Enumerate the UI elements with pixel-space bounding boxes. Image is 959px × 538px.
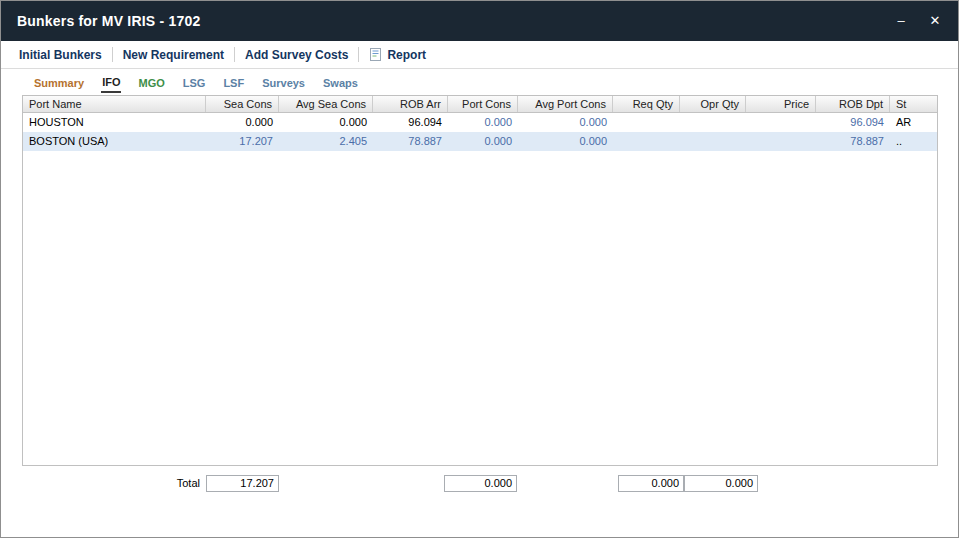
total-opr-qty: 0.000 [684,475,758,492]
column-header-port-name[interactable]: Port Name [23,96,206,112]
cell-rob-arr[interactable]: 96.094 [373,113,448,132]
cell-st[interactable]: .. [890,132,937,151]
totals-label: Total [140,475,200,492]
report-button[interactable]: Report [359,48,436,62]
column-header-avg-sea-cons[interactable]: Avg Sea Cons [279,96,373,112]
cell-req-qty[interactable] [613,113,680,132]
cell-avg-sea-cons[interactable]: 2.405 [279,132,373,151]
report-label: Report [387,48,426,62]
toolbar: Initial Bunkers New Requirement Add Surv… [1,41,958,69]
column-header-st[interactable]: St [890,96,937,112]
cell-avg-port-cons[interactable]: 0.000 [518,113,613,132]
column-header-sea-cons[interactable]: Sea Cons [206,96,279,112]
initial-bunkers-button[interactable]: Initial Bunkers [9,48,112,62]
cell-port-name[interactable]: BOSTON (USA) [23,132,206,151]
tab-surveys[interactable]: Surveys [261,73,306,92]
tab-mgo[interactable]: MGO [137,73,165,92]
new-requirement-button[interactable]: New Requirement [113,48,234,62]
column-header-opr-qty[interactable]: Opr Qty [680,96,746,112]
tab-lsf[interactable]: LSF [222,73,245,92]
minimize-button[interactable]: – [884,7,918,35]
cell-port-cons[interactable]: 0.000 [448,132,518,151]
cell-opr-qty[interactable] [680,113,746,132]
bunkers-window: Bunkers for MV IRIS - 1702 – ✕ Initial B… [0,0,959,538]
cell-opr-qty[interactable] [680,132,746,151]
totals-row: Total 17.207 0.000 0.000 0.000 [1,475,958,493]
tab-bar: Summary IFO MGO LSG LSF Surveys Swaps [1,69,958,95]
cell-st[interactable]: AR [890,113,937,132]
column-header-rob-dpt[interactable]: ROB Dpt [816,96,890,112]
column-header-rob-arr[interactable]: ROB Arr [373,96,448,112]
total-sea-cons: 17.207 [206,475,279,492]
cell-req-qty[interactable] [613,132,680,151]
cell-port-cons[interactable]: 0.000 [448,113,518,132]
cell-sea-cons[interactable]: 0.000 [206,113,279,132]
column-header-avg-port-cons[interactable]: Avg Port Cons [518,96,613,112]
cell-port-name[interactable]: HOUSTON [23,113,206,132]
column-header-port-cons[interactable]: Port Cons [448,96,518,112]
total-port-cons: 0.000 [444,475,517,492]
tab-ifo[interactable]: IFO [101,72,121,93]
table-header-row: Port Name Sea Cons Avg Sea Cons ROB Arr … [23,96,937,113]
window-title: Bunkers for MV IRIS - 1702 [17,13,884,29]
cell-avg-sea-cons[interactable]: 0.000 [279,113,373,132]
cell-price[interactable] [746,132,816,151]
cell-avg-port-cons[interactable]: 0.000 [518,132,613,151]
close-button[interactable]: ✕ [918,7,952,35]
column-header-price[interactable]: Price [746,96,816,112]
cell-price[interactable] [746,113,816,132]
titlebar: Bunkers for MV IRIS - 1702 – ✕ [1,1,958,41]
cell-rob-dpt[interactable]: 78.887 [816,132,890,151]
bunkers-table: Port Name Sea Cons Avg Sea Cons ROB Arr … [22,95,938,466]
tab-swaps[interactable]: Swaps [322,73,359,92]
column-header-req-qty[interactable]: Req Qty [613,96,680,112]
cell-sea-cons[interactable]: 17.207 [206,132,279,151]
table-row[interactable]: HOUSTON 0.000 0.000 96.094 0.000 0.000 9… [23,113,937,132]
table-row[interactable]: BOSTON (USA) 17.207 2.405 78.887 0.000 0… [23,132,937,151]
tab-summary[interactable]: Summary [33,73,85,92]
report-icon [369,48,382,61]
add-survey-costs-button[interactable]: Add Survey Costs [235,48,358,62]
cell-rob-dpt[interactable]: 96.094 [816,113,890,132]
tab-lsg[interactable]: LSG [182,73,207,92]
total-req-qty: 0.000 [618,475,684,492]
cell-rob-arr[interactable]: 78.887 [373,132,448,151]
